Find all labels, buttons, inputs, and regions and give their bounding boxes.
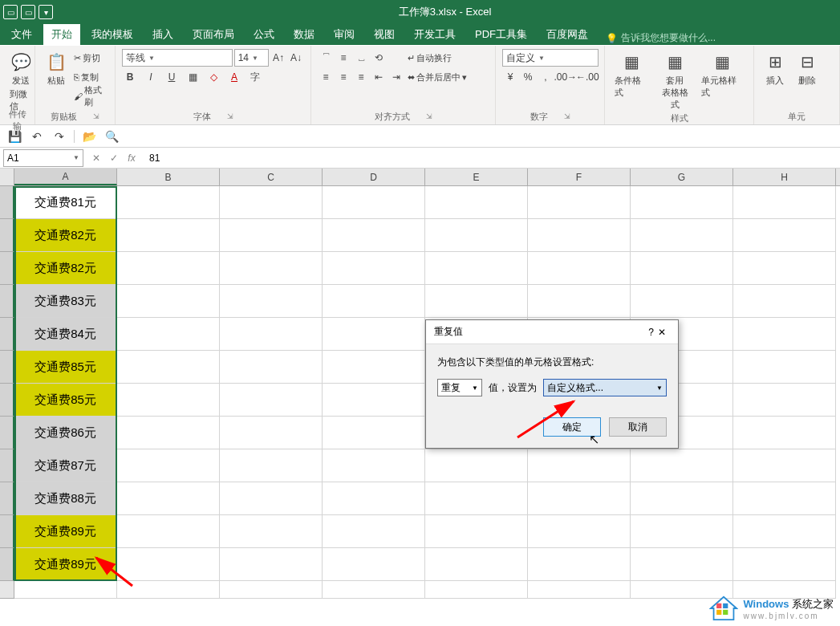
row-header[interactable] [0,581,14,599]
cell[interactable]: 交通费82元 [14,219,117,252]
cancel-formula-button[interactable]: ✕ [88,150,104,166]
comma-button[interactable]: , [538,69,554,85]
decrease-font-button[interactable]: A↓ [288,50,304,66]
align-left-button[interactable]: ≡ [318,69,334,85]
cell[interactable] [323,548,425,581]
currency-button[interactable]: ¥ [502,69,518,85]
phonetic-button[interactable]: 字 [247,69,263,85]
cell[interactable] [733,384,836,417]
cell[interactable] [220,186,323,219]
percent-button[interactable]: % [520,69,536,85]
cell[interactable] [323,417,425,449]
qat-dropdown-icon[interactable]: ▾ [39,5,53,19]
cell[interactable] [631,449,733,482]
print-preview-button[interactable]: 🔍 [103,128,120,144]
cell[interactable] [220,482,323,515]
cell[interactable] [220,449,323,482]
cell[interactable] [425,285,528,318]
column-header[interactable]: H [733,169,836,185]
cell[interactable] [117,318,220,351]
qat-icon[interactable]: ▭ [21,5,35,19]
tab-review[interactable]: 审阅 [326,24,363,45]
row-header[interactable] [0,318,14,351]
table-format-button[interactable]: ▦套用 表格格式 [655,49,695,112]
cell[interactable]: 交通费85元 [14,351,117,384]
cell[interactable]: 交通费89元 [14,515,117,548]
cell[interactable] [323,285,425,318]
cell[interactable] [631,515,733,548]
underline-button[interactable]: U [164,69,180,85]
cell[interactable]: 交通费87元 [14,449,117,482]
row-header[interactable] [0,186,14,219]
cell[interactable] [528,252,631,285]
cell[interactable] [323,219,425,252]
font-color-button[interactable]: A [226,69,242,85]
cell[interactable] [733,351,836,384]
dialog-titlebar[interactable]: 重复值 ? ✕ [426,320,678,344]
row-header[interactable] [0,351,14,384]
format-select[interactable]: 自定义格式...▼ [543,379,667,396]
column-header[interactable]: D [323,169,425,185]
cell[interactable] [733,449,836,482]
dialog-launcher-icon[interactable]: ⇲ [426,112,432,120]
column-header[interactable]: C [220,169,323,185]
formula-input[interactable]: 81 [144,152,840,164]
cell[interactable] [733,186,836,219]
align-center-button[interactable]: ≡ [335,69,351,85]
column-header[interactable]: B [117,169,220,185]
cell[interactable] [631,482,733,515]
undo-button[interactable]: ↶ [29,128,45,144]
cell[interactable] [117,581,220,599]
cell[interactable] [425,482,528,515]
cell[interactable] [323,186,425,219]
align-middle-button[interactable]: ≡ [335,50,351,66]
cell[interactable]: 交通费81元 [14,186,117,219]
cell[interactable] [528,482,631,515]
cell-style-button[interactable]: ▦单元格样式 [698,49,747,100]
cell[interactable] [528,515,631,548]
cell[interactable] [733,515,836,548]
column-header[interactable]: A [14,169,117,185]
tab-layout[interactable]: 页面布局 [185,24,242,45]
cell[interactable]: 交通费83元 [14,285,117,318]
cell[interactable] [528,581,631,599]
cell[interactable] [220,351,323,384]
decimal-inc-button[interactable]: .00→ [555,69,576,85]
fill-color-button[interactable]: ◇ [205,69,221,85]
cell[interactable] [220,384,323,417]
row-header[interactable] [0,515,14,548]
decimal-dec-button[interactable]: ←.00 [578,69,599,85]
cell[interactable] [14,581,117,599]
cell[interactable] [323,449,425,482]
row-header[interactable] [0,384,14,417]
row-header[interactable] [0,449,14,482]
save-button[interactable]: 💾 [6,128,22,144]
row-header[interactable] [0,285,14,318]
cell[interactable] [733,548,836,581]
cell[interactable] [323,581,425,599]
cell[interactable] [631,219,733,252]
cell[interactable] [528,285,631,318]
cell[interactable] [425,449,528,482]
tab-pdf[interactable]: PDF工具集 [467,24,535,45]
tab-formulas[interactable]: 公式 [246,24,282,45]
cell[interactable] [117,482,220,515]
cell[interactable]: 交通费84元 [14,318,117,351]
cell[interactable] [323,515,425,548]
tab-templates[interactable]: 我的模板 [83,24,141,45]
indent-dec-button[interactable]: ⇤ [371,69,387,85]
bold-button[interactable]: B [122,69,138,85]
cell[interactable] [733,219,836,252]
cell[interactable] [323,482,425,515]
cell[interactable]: 交通费85元 [14,384,117,417]
indent-inc-button[interactable]: ⇥ [388,69,404,85]
duplicate-type-select[interactable]: 重复▼ [437,379,482,396]
cell[interactable] [323,318,425,351]
row-header[interactable] [0,219,14,252]
align-bottom-button[interactable]: ⎵ [353,50,369,66]
cell[interactable] [733,285,836,318]
cell[interactable] [528,449,631,482]
row-header[interactable] [0,548,14,581]
cell[interactable] [117,351,220,384]
cell[interactable] [220,285,323,318]
